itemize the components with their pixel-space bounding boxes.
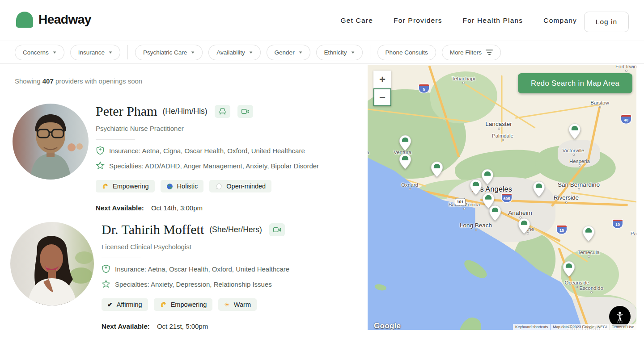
map-attribution-item[interactable]: Keyboard shortcuts xyxy=(513,324,550,330)
filter-more-filters[interactable]: More Filters xyxy=(442,45,501,60)
next-available-row: Next Available: Oct 21st, 5:00pm xyxy=(102,322,353,330)
filter-lines-icon xyxy=(486,48,493,56)
main-nav: Get Care For Providers For Health Plans … xyxy=(340,0,577,41)
trait-badge: Open-minded xyxy=(209,180,271,192)
map-city-label: Fort Irwin xyxy=(615,65,636,69)
filter-group-divider xyxy=(370,45,370,59)
map-road xyxy=(515,104,604,119)
map-pin-icon[interactable] xyxy=(431,161,443,178)
filter-psychiatric-care[interactable]: Psychiatric Care ▼ xyxy=(135,45,203,60)
trait-badge: ✔Affirming xyxy=(102,298,148,311)
map-city-dot xyxy=(498,128,500,130)
map-city-label: Palmdale xyxy=(492,133,513,138)
trait-badge: ☀Warm xyxy=(218,298,257,311)
provider-name[interactable]: Dr. Tahirih Moffett xyxy=(102,222,204,237)
headway-logo[interactable]: Headway xyxy=(16,12,91,28)
in-person-icon xyxy=(215,105,230,118)
highway-shield-icon: 605 xyxy=(502,194,512,202)
provider-title: Psychiatric Nurse Practitioner xyxy=(96,125,353,132)
login-button[interactable]: Log in xyxy=(584,12,629,32)
map-city-label: Victorville xyxy=(563,148,585,153)
provider-avatar[interactable] xyxy=(13,104,89,180)
map-city-dot xyxy=(475,229,477,231)
nav-company[interactable]: Company xyxy=(543,17,577,25)
results-panel: Showing 407 providers with openings soon xyxy=(0,64,360,347)
muscle-icon xyxy=(102,183,109,190)
check-icon: ✔ xyxy=(107,301,113,308)
map-city-dot xyxy=(502,139,504,141)
zoom-out-button[interactable]: − xyxy=(373,88,391,106)
highway-shield-icon: 101 xyxy=(455,198,466,206)
title-divider xyxy=(102,258,141,258)
map-panel[interactable]: Fort IrwinTehachapiBarstowLancasterPalmd… xyxy=(368,65,636,330)
provider-avatar[interactable] xyxy=(10,222,94,305)
map-pin-icon[interactable] xyxy=(518,218,530,234)
map-city-label: San Bernardino xyxy=(558,181,600,188)
map-pin-icon[interactable] xyxy=(582,226,595,242)
map-attribution: Keyboard shortcutsMap data ©2023 Google,… xyxy=(513,324,636,330)
filter-concerns[interactable]: Concerns ▼ xyxy=(15,45,64,60)
map-city-label: Oceanside xyxy=(565,280,589,285)
map-pin-icon[interactable] xyxy=(568,123,581,140)
nav-for-providers[interactable]: For Providers xyxy=(394,17,442,25)
nav-for-health-plans[interactable]: For Health Plans xyxy=(463,17,523,25)
provider-pronouns: (She/Her/Hers) xyxy=(209,225,262,234)
filter-ethnicity[interactable]: Ethnicity ▼ xyxy=(316,45,363,60)
trait-badges: EmpoweringHolisticOpen-minded xyxy=(96,180,353,192)
map-city-dot xyxy=(599,106,601,108)
zoom-in-button[interactable]: + xyxy=(373,71,391,88)
specialties-row: Specialties: ADD/ADHD, Anger Management,… xyxy=(96,161,353,170)
map-city-label: Santa Barbara xyxy=(368,150,369,155)
map-city-label: Barstow xyxy=(590,100,609,105)
chevron-down-icon: ▼ xyxy=(52,50,57,54)
chevron-down-icon: ▼ xyxy=(298,50,303,54)
map-city-dot xyxy=(579,164,581,167)
shield-plus-icon xyxy=(96,146,105,155)
results-count: 407 xyxy=(42,77,54,85)
map-city-dot xyxy=(588,255,590,258)
trait-label: Empowering xyxy=(171,301,207,308)
video-icon xyxy=(237,105,253,118)
globe-icon xyxy=(166,183,173,190)
star-icon xyxy=(96,161,105,170)
map-attribution-item[interactable]: Map data ©2023 Google, INEGI xyxy=(551,324,609,330)
filter-insurance[interactable]: Insurance ▼ xyxy=(70,45,120,60)
map-attribution-item[interactable]: Terms of Use xyxy=(610,324,636,330)
map-zoom-controls: + − xyxy=(373,71,391,106)
map-pin-icon[interactable] xyxy=(489,205,501,222)
muscle-icon xyxy=(160,301,167,308)
map-city-label: Tehachapi xyxy=(452,76,475,81)
map-road xyxy=(571,192,636,203)
filter-phone-consults[interactable]: Phone Consults xyxy=(377,45,436,60)
redo-search-button[interactable]: Redo Search in Map Area xyxy=(518,73,632,93)
star-icon xyxy=(102,280,110,288)
highway-shield-icon: 15 xyxy=(557,226,567,234)
map-city-dot xyxy=(590,291,593,293)
headway-logo-icon xyxy=(16,12,33,28)
map-city-dot xyxy=(625,70,627,72)
highway-shield-icon: 40 xyxy=(621,115,631,124)
sun-icon: ☀ xyxy=(224,301,230,308)
filter-group-divider xyxy=(127,45,128,59)
thought-icon xyxy=(215,183,222,189)
map-city-label: Anaheim xyxy=(508,209,532,216)
trait-badges: ✔AffirmingEmpowering☀Warm xyxy=(102,298,353,311)
video-icon xyxy=(269,223,285,236)
map-pin-icon[interactable] xyxy=(563,261,575,277)
brand-wordmark: Headway xyxy=(38,13,91,27)
map-pin-icon[interactable] xyxy=(399,153,411,170)
provider-name[interactable]: Peter Pham xyxy=(96,104,157,119)
map-city-label: Temecula xyxy=(577,250,599,255)
map-city-label: Long Beach xyxy=(460,222,492,229)
filter-gender[interactable]: Gender ▼ xyxy=(267,45,310,60)
map-pin-icon[interactable] xyxy=(533,181,545,197)
filter-availability[interactable]: Availability ▼ xyxy=(208,45,260,60)
map-pin-icon[interactable] xyxy=(470,179,482,196)
map-pin-icon[interactable] xyxy=(481,169,494,185)
nav-get-care[interactable]: Get Care xyxy=(340,17,373,25)
trait-label: Affirming xyxy=(117,301,142,308)
top-navbar: Headway Get Care For Providers For Healt… xyxy=(0,0,644,41)
trait-label: Empowering xyxy=(113,183,149,190)
highway-shield-icon: 10 xyxy=(613,220,623,228)
map-pin-icon[interactable] xyxy=(399,135,411,151)
